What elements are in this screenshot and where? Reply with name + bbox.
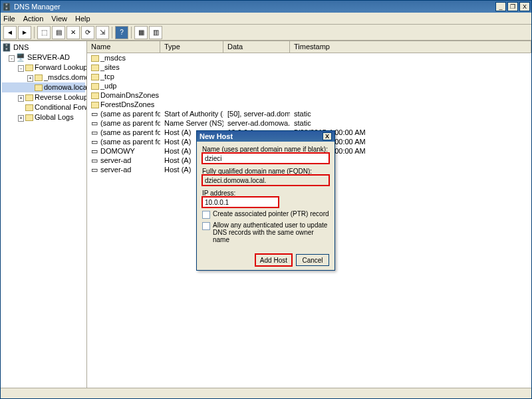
back-button[interactable]: ◄ xyxy=(3,26,17,39)
dns-manager-window: 🗄️ DNS Manager _ ❐ X File Action View He… xyxy=(0,0,532,399)
menu-help[interactable]: Help xyxy=(75,15,90,23)
col-name[interactable]: Name xyxy=(87,41,160,53)
ptr-checkbox[interactable] xyxy=(202,211,210,219)
table-row[interactable]: ▭(same as parent folder)Start of Authori… xyxy=(87,109,531,118)
up-button[interactable]: ⬚ xyxy=(37,26,51,39)
column-headers: Name Type Data Timestamp xyxy=(87,41,531,53)
dialog-close-button[interactable]: X xyxy=(323,132,332,140)
tree-gl[interactable]: +Global Logs xyxy=(2,112,85,122)
app-icon: 🗄️ xyxy=(2,2,11,11)
table-row[interactable]: ForestDnsZones xyxy=(87,100,531,109)
ip-input[interactable] xyxy=(202,197,279,207)
tree-pane[interactable]: 🗄️ DNS -🖥️ SERVER-AD -Forward Lookup Zon… xyxy=(1,41,87,388)
record-icon: ▭ xyxy=(91,110,100,118)
tree-server[interactable]: -🖥️ SERVER-AD xyxy=(2,53,85,63)
record-icon: ▭ xyxy=(91,119,100,128)
help-button[interactable]: ? xyxy=(115,26,128,39)
auth-checkbox[interactable] xyxy=(202,222,210,230)
fqdn-input xyxy=(202,175,329,186)
table-row[interactable]: _udp xyxy=(87,81,531,90)
folder-icon xyxy=(91,65,99,71)
refresh-button[interactable]: ⟳ xyxy=(81,26,94,39)
minimize-button[interactable]: _ xyxy=(495,2,506,11)
ip-label: IP address: xyxy=(202,190,329,197)
toolbar: ◄ ► ⬚ ▤ ✕ ⟳ ⇲ ? ▦ ▥ xyxy=(1,25,531,41)
tree-zone-domowa[interactable]: +domowa.local xyxy=(2,82,85,92)
properties-button[interactable]: ▦ xyxy=(134,26,148,39)
tree-rlz[interactable]: +Reverse Lookup Zones xyxy=(2,92,85,102)
titlebar: 🗄️ DNS Manager _ ❐ X xyxy=(1,1,531,13)
name-label: Name (uses parent domain name if blank): xyxy=(202,146,329,153)
record-icon: ▭ xyxy=(91,166,100,174)
menu-action[interactable]: Action xyxy=(23,15,44,23)
tree-root[interactable]: 🗄️ DNS xyxy=(2,43,85,53)
record-icon: ▭ xyxy=(91,147,100,156)
menu-file[interactable]: File xyxy=(3,15,15,23)
new-host-dialog: New Host X Name (uses parent domain name… xyxy=(196,130,335,271)
table-row[interactable]: DomainDnsZones xyxy=(87,90,531,100)
window-title: DNS Manager xyxy=(14,3,61,11)
record-icon: ▭ xyxy=(91,128,100,137)
record-icon: ▭ xyxy=(91,138,100,146)
add-host-button[interactable]: Add Host xyxy=(255,254,292,266)
delete-button[interactable]: ✕ xyxy=(66,26,80,39)
folder-icon xyxy=(91,102,99,108)
maximize-button[interactable]: ❐ xyxy=(507,2,518,11)
folder-icon xyxy=(91,83,99,90)
folder-icon xyxy=(91,55,99,62)
cancel-button[interactable]: Cancel xyxy=(296,254,329,266)
statusbar xyxy=(1,388,531,398)
menu-view[interactable]: View xyxy=(51,15,67,23)
dialog-title: New Host xyxy=(200,132,233,140)
table-row[interactable]: ▭(same as parent folder)Name Server (NS)… xyxy=(87,118,531,128)
name-input[interactable] xyxy=(202,153,329,164)
table-row[interactable]: _msdcs xyxy=(87,53,531,63)
auth-label: Allow any authenticated user to update D… xyxy=(213,221,329,243)
col-timestamp[interactable]: Timestamp xyxy=(290,41,531,53)
tree-zone-msdcs[interactable]: +_msdcs.domowa.local xyxy=(2,72,85,82)
tree-cf[interactable]: +Conditional Forwarders xyxy=(2,102,85,112)
export-button[interactable]: ⇲ xyxy=(96,26,109,39)
table-row[interactable]: _sites xyxy=(87,63,531,72)
menubar: File Action View Help xyxy=(1,13,531,25)
folder-icon xyxy=(91,92,99,99)
fqdn-label: Fully qualified domain name (FQDN): xyxy=(202,168,329,175)
ptr-label: Create associated pointer (PTR) record xyxy=(213,210,329,217)
filter-button[interactable]: ▥ xyxy=(149,26,162,39)
show-hide-button[interactable]: ▤ xyxy=(52,26,65,39)
tree-flz[interactable]: -Forward Lookup Zones xyxy=(2,63,85,72)
close-button[interactable]: X xyxy=(519,2,530,11)
col-data[interactable]: Data xyxy=(223,41,290,53)
record-icon: ▭ xyxy=(91,156,100,165)
col-type[interactable]: Type xyxy=(160,41,223,53)
table-row[interactable]: _tcp xyxy=(87,72,531,81)
forward-button[interactable]: ► xyxy=(18,26,31,39)
dialog-titlebar: New Host X xyxy=(197,131,334,142)
folder-icon xyxy=(91,74,99,80)
